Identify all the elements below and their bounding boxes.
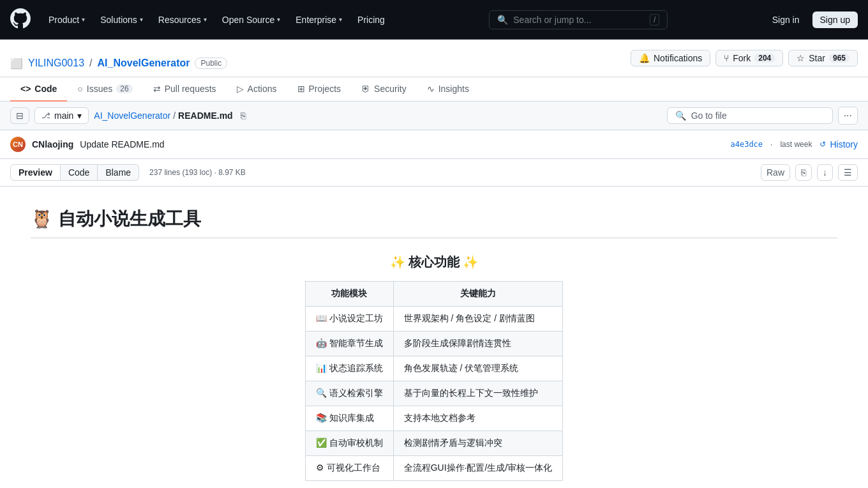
commit-info-right: a4e3dce · last week ↺ History [730, 139, 858, 149]
issues-count: 26 [116, 84, 132, 93]
view-tabs: Preview Code Blame [10, 164, 139, 181]
table-cell-module: 🔍 语义检索引擎 [305, 381, 393, 406]
repo-separator: / [89, 57, 92, 69]
commit-time: · [770, 140, 772, 149]
search-box[interactable]: 🔍 Search or jump to... / [489, 10, 668, 29]
breadcrumb-repo-link[interactable]: AI_NovelGenerator [94, 111, 170, 121]
table-cell-capability: 检测剧情矛盾与逻辑冲突 [393, 431, 563, 456]
content-actions: Raw ⎘ ↓ ☰ [761, 164, 858, 181]
search-shortcut: / [650, 14, 659, 26]
bell-icon: 🔔 [639, 53, 650, 63]
go-to-file-input[interactable]: 🔍 Go to file [667, 107, 833, 124]
actions-icon: ▷ [237, 84, 244, 94]
nav-links: Product ▾ Solutions ▾ Resources ▾ Open S… [41, 10, 393, 30]
chevron-down-icon: ▾ [82, 16, 85, 23]
fork-button[interactable]: ⑂ Fork 204 [715, 50, 783, 66]
star-icon: ☆ [797, 53, 805, 63]
code-tab[interactable]: Code [61, 164, 98, 181]
nav-enterprise[interactable]: Enterprise ▾ [288, 10, 350, 30]
repo-visibility-badge: Public [195, 57, 227, 69]
file-toolbar-right: 🔍 Go to file ··· [667, 107, 858, 125]
table-header-module: 功能模块 [305, 282, 393, 307]
tab-projects[interactable]: ⊞ Projects [287, 77, 352, 102]
table-row: 🔍 语义检索引擎基于向量的长程上下文一致性维护 [305, 381, 562, 406]
list-icon: ☰ [844, 167, 852, 178]
sign-up-button[interactable]: Sign up [812, 11, 858, 28]
tab-actions[interactable]: ▷ Actions [227, 77, 287, 102]
sidebar-toggle-icon: ⊟ [16, 111, 24, 121]
pull-requests-icon: ⇄ [153, 84, 161, 94]
nav-resources[interactable]: Resources ▾ [151, 10, 214, 30]
table-cell-capability: 角色发展轨迹 / 伏笔管理系统 [393, 356, 563, 381]
content-toolbar: Preview Code Blame 237 lines (193 loc) ·… [0, 159, 868, 187]
readme-section-title: ✨ 核心功能 ✨ [31, 254, 837, 271]
commit-author-link[interactable]: CNlaojing [32, 139, 73, 149]
sidebar-toggle-button[interactable]: ⊟ [10, 107, 29, 124]
nav-open-source[interactable]: Open Source ▾ [214, 10, 288, 30]
chevron-down-icon: ▾ [204, 16, 207, 23]
feature-table: 功能模块 关键能力 📖 小说设定工坊世界观架构 / 角色设定 / 剧情蓝图🤖 智… [305, 281, 563, 481]
tab-pull-requests[interactable]: ⇄ Pull requests [143, 77, 227, 102]
repo-name-link[interactable]: AI_NovelGenerator [98, 57, 190, 69]
github-logo[interactable] [10, 8, 31, 31]
commit-row: CN CNlaojing Update README.md a4e3dce · … [0, 130, 868, 159]
commit-message: Update README.md [80, 139, 164, 149]
projects-icon: ⊞ [297, 84, 305, 94]
fork-icon: ⑂ [724, 53, 729, 63]
copy-icon: ⎘ [241, 111, 246, 121]
sign-in-button[interactable]: Sign in [765, 11, 807, 28]
auth-buttons: Sign in Sign up [765, 11, 858, 28]
table-row: ✅ 自动审校机制检测剧情矛盾与逻辑冲突 [305, 431, 562, 456]
nav-solutions[interactable]: Solutions ▾ [93, 10, 151, 30]
fork-count: 204 [754, 54, 775, 63]
table-cell-module: 📖 小说设定工坊 [305, 307, 393, 332]
readme-title: 🦉 自动小说生成工具 [31, 207, 837, 238]
readme-content: 🦉 自动小说生成工具 ✨ 核心功能 ✨ 功能模块 关键能力 📖 小说设定工坊世界… [0, 187, 868, 488]
star-count: 965 [829, 54, 849, 63]
file-toolbar-left: ⊟ ⎇ main ▾ AI_NovelGenerator / README.md… [10, 107, 248, 124]
chevron-down-icon: ▾ [339, 16, 342, 23]
repo-actions: 🔔 Notifications ⑂ Fork 204 ☆ Star 965 [631, 50, 858, 77]
branch-selector[interactable]: ⎇ main ▾ [34, 107, 89, 124]
table-cell-capability: 全流程GUI操作·配置/生成/审核一体化 [393, 456, 563, 481]
commit-hash-link[interactable]: a4e3dce [730, 140, 763, 149]
tab-security[interactable]: ⛨ Security [351, 77, 417, 102]
commit-time-text: last week [780, 140, 812, 149]
content-toolbar-left: Preview Code Blame 237 lines (193 loc) ·… [10, 164, 246, 181]
tab-issues[interactable]: ○ Issues 26 [67, 77, 142, 102]
copy-icon: ⎘ [801, 167, 806, 178]
raw-button[interactable]: Raw [761, 164, 790, 181]
table-row: 📚 知识库集成支持本地文档参考 [305, 406, 562, 431]
search-area: 🔍 Search or jump to... / [393, 10, 765, 29]
repo-title-row: ⬜ YILING0013 / AI_NovelGenerator Public [10, 57, 227, 70]
download-button[interactable]: ↓ [817, 164, 833, 181]
table-row: 📊 状态追踪系统角色发展轨迹 / 伏笔管理系统 [305, 356, 562, 381]
issues-icon: ○ [77, 84, 82, 94]
copy-content-button[interactable]: ⎘ [795, 164, 812, 181]
copy-path-button[interactable]: ⎘ [238, 109, 248, 122]
nav-pricing[interactable]: Pricing [350, 10, 393, 30]
list-view-button[interactable]: ☰ [838, 164, 858, 181]
table-cell-module: 🤖 智能章节生成 [305, 332, 393, 356]
avatar: CN [10, 137, 26, 152]
history-icon: ↺ [819, 140, 826, 149]
commit-info-left: CN CNlaojing Update README.md [10, 137, 165, 152]
table-cell-module: 📚 知识库集成 [305, 406, 393, 431]
repo-owner-link[interactable]: YILING0013 [28, 57, 84, 69]
notifications-button[interactable]: 🔔 Notifications [631, 50, 710, 66]
repo-icon: ⬜ [10, 57, 23, 70]
tab-code[interactable]: <> Code [10, 77, 67, 102]
file-toolbar: ⊟ ⎇ main ▾ AI_NovelGenerator / README.md… [0, 102, 868, 130]
more-options-button[interactable]: ··· [838, 107, 858, 125]
chevron-down-icon: ▾ [77, 111, 82, 121]
history-button[interactable]: ↺ History [819, 139, 858, 149]
chevron-down-icon: ▾ [140, 16, 143, 23]
breadcrumb-current-file: README.md [178, 111, 233, 121]
nav-product[interactable]: Product ▾ [41, 10, 93, 30]
star-button[interactable]: ☆ Star 965 [788, 50, 858, 66]
preview-tab[interactable]: Preview [10, 164, 61, 181]
tab-insights[interactable]: ∿ Insights [417, 77, 479, 102]
table-cell-capability: 基于向量的长程上下文一致性维护 [393, 381, 563, 406]
table-row: ⚙ 可视化工作台全流程GUI操作·配置/生成/审核一体化 [305, 456, 562, 481]
blame-tab[interactable]: Blame [98, 164, 139, 181]
